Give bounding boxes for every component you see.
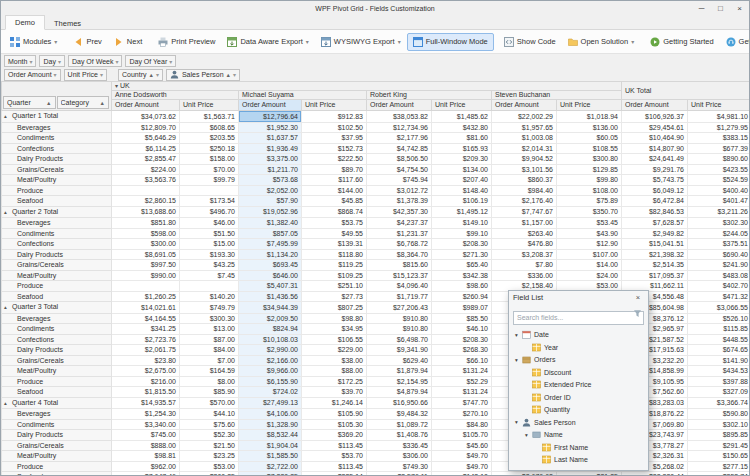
pivot-cell[interactable]: $106,926.37 (622, 111, 688, 123)
pivot-cell[interactable]: $106.55 (302, 334, 367, 345)
pivot-cell[interactable]: $5,743.75 (622, 175, 688, 186)
pivot-cell[interactable]: $291.45 (688, 440, 750, 451)
get-free-support-button[interactable]: Get Free Support (720, 33, 750, 51)
pivot-cell[interactable]: $45.85 (302, 196, 367, 207)
pivot-cell[interactable]: $39.70 (302, 387, 367, 398)
pivot-cell[interactable]: $106.19 (432, 196, 492, 207)
prev-button[interactable]: Prev (67, 33, 107, 51)
row-header-meat-poultry[interactable]: Meat/Poultry (2, 270, 112, 281)
pivot-cell[interactable]: $3,375.00 (239, 154, 302, 165)
pivot-cell[interactable]: $87.00 (180, 334, 239, 345)
pivot-cell[interactable]: $38.00 (302, 355, 367, 366)
pivot-cell[interactable]: $52.30 (180, 430, 239, 441)
pivot-cell[interactable]: $7,647.46 (112, 472, 180, 476)
row-header-beverages[interactable]: Beverages (2, 122, 112, 133)
measure-header-order-amount[interactable]: Order Amount (112, 100, 180, 111)
pivot-cell[interactable]: $131.24 (432, 366, 492, 377)
pivot-cell[interactable]: $990.00 (112, 270, 180, 281)
pivot-cell[interactable]: $12,796.64 (239, 111, 302, 123)
pivot-cell[interactable]: $222.50 (302, 154, 367, 165)
pivot-cell[interactable]: $912.83 (302, 111, 367, 123)
pivot-cell[interactable]: $24,641.49 (622, 154, 688, 165)
full-window-mode-button[interactable]: Full-Window Mode (407, 33, 494, 51)
pivot-cell[interactable]: $4,237.37 (367, 218, 432, 229)
pivot-cell[interactable]: $858.74 (688, 472, 750, 476)
pivot-cell[interactable]: $70.00 (180, 164, 239, 175)
row-header-seafood[interactable]: Seafood (2, 291, 112, 302)
pivot-cell[interactable]: $10,108.03 (239, 334, 302, 345)
pivot-cell[interactable]: $164.59 (180, 366, 239, 377)
pivot-cell[interactable] (112, 281, 180, 292)
print-preview-button[interactable]: Print Preview (152, 33, 221, 51)
row-header-confections[interactable]: Confections (2, 239, 112, 250)
pivot-cell[interactable]: $102.50 (302, 122, 367, 133)
pivot-cell[interactable]: $9,484.32 (367, 409, 432, 420)
pivot-cell[interactable]: $402.70 (688, 281, 750, 292)
pivot-cell[interactable]: $208.30 (432, 334, 492, 345)
pivot-cell[interactable]: $49.55 (302, 228, 367, 239)
pivot-cell[interactable]: $43.25 (180, 260, 239, 271)
measure-header-order-amount[interactable]: Order Amount (622, 100, 688, 111)
pivot-cell[interactable]: $857.05 (239, 228, 302, 239)
pivot-cell[interactable]: $327.09 (688, 387, 750, 398)
pivot-cell[interactable]: $15.00 (180, 239, 239, 250)
pivot-cell[interactable]: $2,052.00 (239, 185, 302, 196)
pivot-cell[interactable]: $1,719.77 (367, 291, 432, 302)
pivot-cell[interactable]: $890.60 (688, 154, 750, 165)
pivot-cell[interactable]: $98.81 (112, 451, 180, 462)
pivot-cell[interactable]: $207.40 (432, 175, 492, 186)
row-header-produce[interactable]: Produce (2, 281, 112, 292)
row-header-confections[interactable]: Confections (2, 143, 112, 154)
pivot-cell[interactable]: $53.00 (180, 461, 239, 472)
column-grand-total-header[interactable]: UK Total (622, 82, 750, 100)
pivot-cell[interactable]: $807.25 (302, 302, 367, 314)
pivot-cell[interactable]: $300.30 (180, 313, 239, 324)
pivot-cell[interactable]: $570.00 (180, 397, 239, 409)
pivot-cell[interactable]: $910.80 (367, 313, 432, 324)
pivot-cell[interactable]: $6,049.12 (622, 185, 688, 196)
pivot-cell[interactable]: $105.70 (432, 430, 492, 441)
row-header-seafood[interactable]: Seafood (2, 472, 112, 476)
pivot-cell[interactable]: $89.70 (302, 164, 367, 175)
pivot-cell[interactable]: $224.00 (112, 164, 180, 175)
pivot-cell[interactable]: $75.89 (557, 196, 622, 207)
row-header-dairy-products[interactable]: Dairy Products (2, 154, 112, 165)
pivot-cell[interactable]: $144.00 (302, 185, 367, 196)
pivot-cell[interactable]: $3,101.56 (492, 164, 557, 175)
data-area-field-unit-price[interactable]: Unit Price▾ (64, 69, 107, 81)
pivot-cell[interactable]: $3,563.76 (112, 175, 180, 186)
pivot-cell[interactable]: $21,398.32 (622, 249, 688, 260)
row-header-quarter-3-total[interactable]: ▴Quarter 3 Total (2, 302, 112, 314)
pivot-cell[interactable]: $173.54 (180, 196, 239, 207)
pivot-cell[interactable]: $677.39 (688, 143, 750, 154)
pivot-cell[interactable]: $1,815.50 (112, 387, 180, 398)
getting-started-button[interactable]: Getting Started (644, 33, 719, 51)
filter-area-field-month[interactable]: Month▾ (4, 55, 36, 67)
pivot-cell[interactable]: $483.08 (688, 270, 750, 281)
pivot-cell[interactable]: $14,807.90 (622, 143, 688, 154)
pivot-cell[interactable]: $105.30 (302, 419, 367, 430)
pivot-cell[interactable]: $300.80 (557, 154, 622, 165)
pivot-cell[interactable]: $1,378.39 (367, 196, 432, 207)
measure-header-unit-price[interactable]: Unit Price (557, 100, 622, 111)
field-list-close-button[interactable]: × (632, 291, 644, 305)
pivot-cell[interactable]: $1,485.62 (432, 111, 492, 123)
pivot-cell[interactable]: $1,436.56 (239, 291, 302, 302)
pivot-cell[interactable]: $21.50 (180, 440, 239, 451)
row-header-condiments[interactable]: Condiments (2, 228, 112, 239)
pivot-cell[interactable]: $749.30 (367, 461, 432, 472)
pivot-cell[interactable]: $984.40 (492, 185, 557, 196)
pivot-cell[interactable]: $383.15 (688, 133, 750, 144)
pivot-cell[interactable]: $84.00 (180, 345, 239, 356)
pivot-cell[interactable]: $397.88 (688, 376, 750, 387)
pivot-cell[interactable]: $12,734.96 (367, 122, 432, 133)
column-header-anne-dodsworth[interactable]: Anne Dodsworth (112, 91, 239, 100)
pivot-cell[interactable]: $44.10 (180, 409, 239, 420)
pivot-cell[interactable]: $5,407.31 (239, 281, 302, 292)
pivot-cell[interactable]: $260.94 (432, 291, 492, 302)
pivot-cell[interactable]: $10,464.90 (622, 133, 688, 144)
pivot-cell[interactable]: $350.70 (557, 206, 622, 218)
pivot-cell[interactable]: $75.60 (180, 419, 239, 430)
row-header-meat-poultry[interactable]: Meat/Poultry (2, 451, 112, 462)
pivot-cell[interactable]: $49.70 (432, 451, 492, 462)
